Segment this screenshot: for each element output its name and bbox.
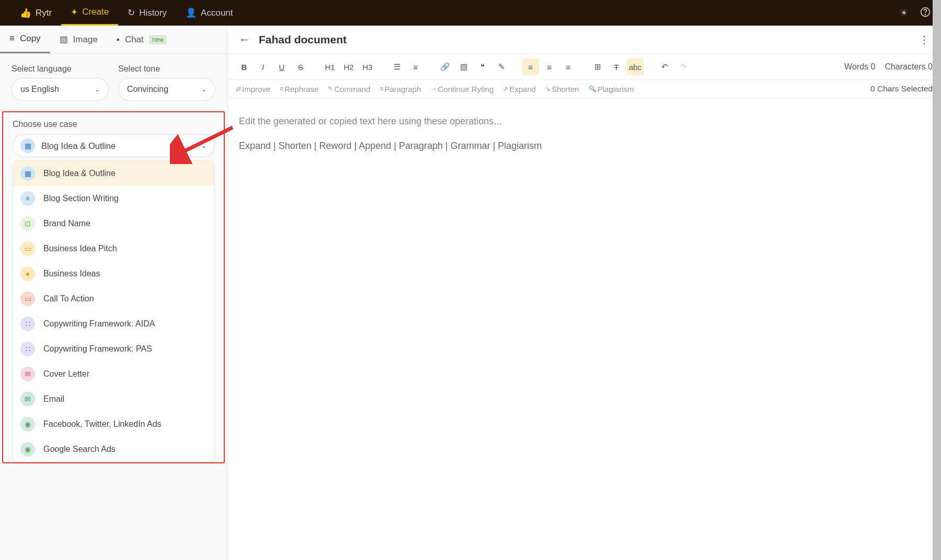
help-icon[interactable] [920,7,931,19]
tone-value: Convincing [127,85,168,94]
brand-logo[interactable]: 👍 Rytr [10,7,61,19]
usecase-option[interactable]: ▦Blog Idea & Outline [13,161,214,186]
tab-image[interactable]: ▧ Image [50,26,107,53]
option-label: Copywriting Framework: AIDA [43,319,155,329]
redo-button[interactable]: ↷ [675,59,692,75]
clear-format-button[interactable]: T [608,59,625,75]
svg-point-1 [925,14,926,15]
continue-button[interactable]: →Continue Ryting [431,85,494,94]
top-navbar: 👍 Rytr ✦ Create ↻ History 👤 Account ☀ [0,0,941,26]
option-icon: ∷ [20,317,35,331]
option-label: Copywriting Framework: PAS [43,344,152,354]
option-icon: ✉ [20,392,35,406]
option-label: Call To Action [43,294,94,304]
option-label: Blog Section Writing [43,194,119,203]
usecase-select[interactable]: ▦ Blog Idea & Outline ⌄ [13,134,214,157]
placeholder-line2: Expand | Shorten | Reword | Append | Par… [239,141,929,151]
new-badge: new [149,35,167,44]
chat-icon: ▪ [117,34,120,45]
usecase-option[interactable]: ∷Copywriting Framework: AIDA [13,311,214,336]
bullet-list-button[interactable]: ☰ [388,59,405,75]
strike-button[interactable]: S [292,59,309,75]
tab-chat[interactable]: ▪ Chat new [107,26,176,53]
usecase-option[interactable]: ▭Call To Action [13,286,214,311]
words-stat: Words 0 [844,62,875,72]
option-icon: ● [20,266,35,281]
option-icon: ✉ [20,367,35,381]
image-button[interactable]: ▧ [455,59,472,75]
usecase-option[interactable]: ●Business Ideas [13,261,214,286]
tone-label: Select tone [118,64,215,74]
option-label: Email [43,394,64,404]
align-center-button[interactable]: ≡ [541,59,558,75]
chars-stat: Characters 0 [885,62,933,72]
usecase-option[interactable]: ⊡Brand Name [13,211,214,236]
h3-button[interactable]: H3 [359,59,376,75]
tab-copy[interactable]: ≡ Copy [0,26,50,53]
scrollbar[interactable] [933,0,941,560]
bold-button[interactable]: B [236,59,253,75]
brand-icon: 👍 [20,7,31,19]
selection-count: 0 Chars Selected [870,84,933,94]
image-icon: ▧ [60,34,68,45]
more-menu-button[interactable]: ⋮ [919,33,929,46]
improve-button[interactable]: ⇄Improve [236,85,270,94]
option-label: Google Search Ads [43,445,116,454]
language-value: us English [20,85,59,94]
align-right-button[interactable]: ≡ [560,59,577,75]
option-label: Business Ideas [43,269,100,278]
align-left-button[interactable]: ≡ [522,59,539,75]
rephrase-button[interactable]: ≡Rephrase [280,85,318,94]
underline-button[interactable]: U [273,59,290,75]
tone-select[interactable]: Convincing ⌄ [118,78,215,101]
h1-button[interactable]: H1 [322,59,338,75]
usecase-option[interactable]: ✉Email [13,387,214,412]
language-select[interactable]: us English ⌄ [12,78,109,101]
usecase-option[interactable]: ✉Cover Letter [13,361,214,387]
nav-account[interactable]: 👤 Account [176,0,242,26]
option-label: Business Idea Pitch [43,244,117,253]
nav-create-label: Create [82,7,109,17]
link-button[interactable]: 🔗 [437,59,453,75]
editor-body[interactable]: Edit the generated or copied text here u… [227,98,941,169]
nav-history[interactable]: ↻ History [118,0,176,26]
list-icon: ≡ [9,33,15,44]
chevron-down-icon: ⌄ [95,86,100,93]
usecase-option[interactable]: ◉Facebook, Twitter, LinkedIn Ads [13,412,214,437]
sidebar: ≡ Copy ▧ Image ▪ Chat new Select languag… [0,26,227,560]
paragraph-button[interactable]: ≡Paragraph [380,85,421,94]
option-icon: ∷ [20,342,35,356]
usecase-highlight-box: Choose use case ▦ Blog Idea & Outline ⌄ … [2,111,225,463]
option-icon: ◉ [20,442,35,457]
h2-button[interactable]: H2 [340,59,357,75]
document-icon: ▦ [20,138,35,153]
usecase-option[interactable]: ≡Blog Section Writing [13,186,214,211]
chevron-down-icon: ⌄ [201,86,206,93]
nav-create[interactable]: ✦ Create [61,0,118,26]
brand-name: Rytr [36,8,52,18]
usecase-option[interactable]: ▭Business Idea Pitch [13,236,214,261]
italic-button[interactable]: I [255,59,271,75]
theme-toggle-icon[interactable]: ☀ [900,8,908,18]
command-button[interactable]: ✎Command [328,85,370,94]
select-all-button[interactable]: ⊞ [589,59,606,75]
undo-button[interactable]: ↶ [656,59,673,75]
option-icon: ◉ [20,417,35,431]
number-list-button[interactable]: ≡ [407,59,424,75]
plagiarism-button[interactable]: 🔍Plagiarism [589,85,634,94]
back-button[interactable]: ← [239,33,250,46]
tab-chat-label: Chat [125,34,144,45]
option-icon: ▭ [20,241,35,256]
language-label: Select language [12,64,109,74]
action-toolbar: ⇄Improve ≡Rephrase ✎Command ≡Paragraph →… [227,80,941,98]
shorten-button[interactable]: ↘Shorten [545,85,579,94]
usecase-option[interactable]: ∷Copywriting Framework: PAS [13,336,214,361]
usecase-option[interactable]: ◉Google Search Ads [13,437,214,462]
spellcheck-button[interactable]: abc [627,59,644,75]
quote-button[interactable]: ❝ [474,59,491,75]
expand-button[interactable]: ↗Expand [503,85,536,94]
option-icon: ▦ [20,166,35,181]
option-label: Brand Name [43,219,90,228]
highlight-button[interactable]: ✎ [493,59,510,75]
editor-pane: ← Fahad document ⋮ B I U S H1 H2 H3 ☰ ≡ … [227,26,941,560]
